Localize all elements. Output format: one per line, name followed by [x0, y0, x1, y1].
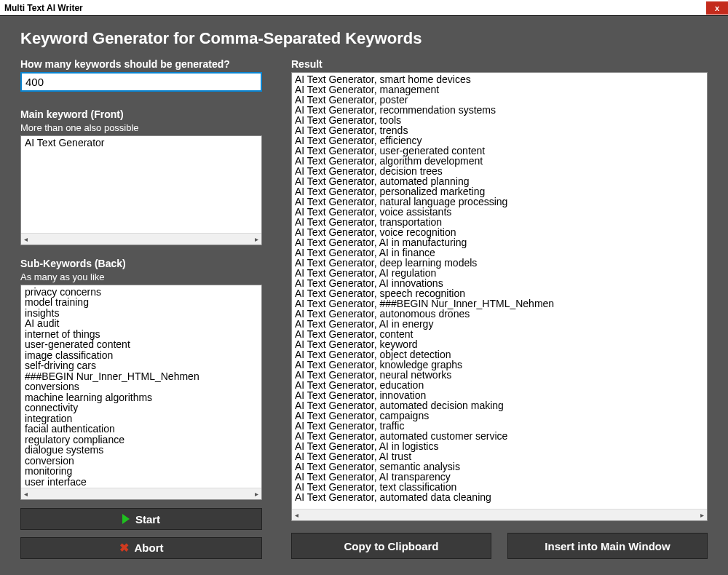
horizontal-scrollbar[interactable]: ◂ ▸ — [21, 488, 261, 499]
horizontal-scrollbar[interactable]: ◂ ▸ — [21, 233, 261, 245]
keyword-count-input[interactable] — [20, 72, 262, 92]
sub-keywords-label: Sub-Keywords (Back) — [20, 258, 262, 269]
main-keyword-label: Main keyword (Front) — [20, 108, 262, 120]
close-icon: x — [715, 4, 719, 12]
abort-button-label: Abort — [135, 542, 164, 554]
chevron-right-icon[interactable]: ▸ — [252, 235, 261, 243]
titlebar: Multi Text AI Writer x — [0, 0, 728, 16]
chevron-left-icon[interactable]: ◂ — [21, 235, 31, 243]
start-button[interactable]: Start — [20, 508, 262, 530]
chevron-left-icon[interactable]: ◂ — [21, 490, 31, 498]
copy-clipboard-label: Copy to Clipboard — [344, 540, 439, 552]
chevron-right-icon[interactable]: ▸ — [697, 511, 707, 519]
window-title: Multi Text AI Writer — [4, 3, 83, 13]
sub-keywords-sublabel: As many as you like — [20, 271, 262, 282]
close-button[interactable]: x — [706, 1, 728, 15]
close-x-icon: ✖ — [119, 541, 129, 555]
insert-main-window-button[interactable]: Insert into Main Window — [507, 533, 708, 559]
play-icon — [122, 514, 130, 524]
result-textarea[interactable]: AI Text Generator, smart home devices AI… — [291, 72, 708, 521]
page-title: Keyword Generator for Comma-Separated Ke… — [20, 29, 262, 48]
main-keyword-textarea[interactable]: AI Text Generator ◂ ▸ — [20, 135, 262, 245]
abort-button[interactable]: ✖ Abort — [20, 537, 262, 559]
copy-clipboard-button[interactable]: Copy to Clipboard — [291, 533, 491, 559]
result-label: Result — [291, 58, 708, 70]
insert-main-window-label: Insert into Main Window — [545, 540, 670, 552]
chevron-left-icon[interactable]: ◂ — [292, 511, 301, 519]
horizontal-scrollbar[interactable]: ◂ ▸ — [292, 509, 707, 520]
keyword-count-label: How many keywords should be generated? — [20, 58, 262, 70]
start-button-label: Start — [135, 513, 160, 526]
main-keyword-sublabel: More than one also possible — [20, 122, 262, 133]
sub-keywords-textarea[interactable]: privacy concerns model training insights… — [20, 285, 262, 500]
chevron-right-icon[interactable]: ▸ — [252, 490, 261, 498]
